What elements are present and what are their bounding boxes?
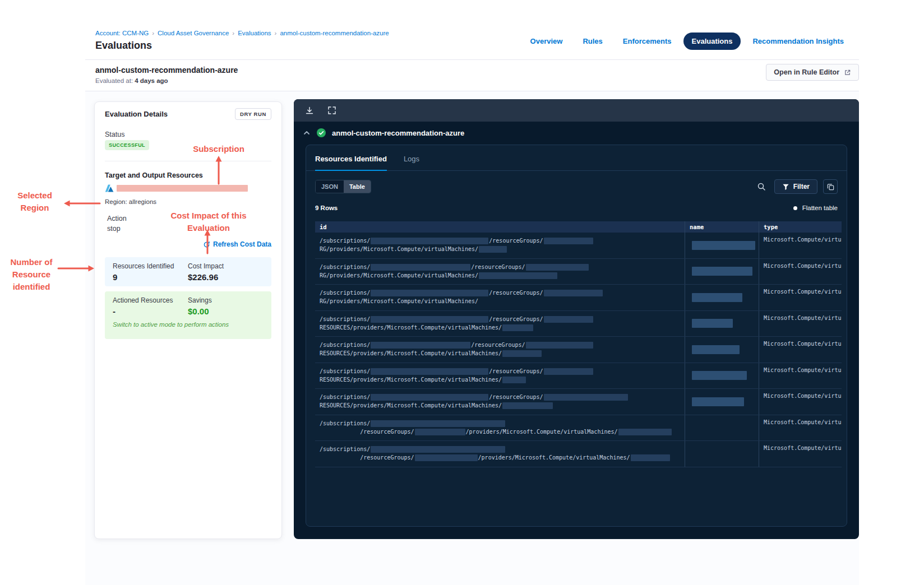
region-text: Region: allregions <box>105 198 156 205</box>
flatten-table-toggle[interactable]: Flatten table <box>793 205 838 211</box>
nav-item-evaluations[interactable]: Evaluations <box>683 32 741 50</box>
redacted-block <box>692 241 755 250</box>
cell-id: /subscriptions//resourceGroups/RG/provid… <box>315 233 685 258</box>
top-nav: OverviewRulesEnforcementsEvaluationsReco… <box>522 32 852 50</box>
breadcrumb-item[interactable]: Account: CCM-NG <box>95 30 149 36</box>
page-title: Evaluations <box>95 40 152 52</box>
table-header: idnametype <box>315 221 842 233</box>
cell-id: /subscriptions//resourceGroups/RESOURCES… <box>315 389 685 415</box>
redacted-block <box>479 246 507 253</box>
table-toolbar: JSONTable Filter <box>315 179 838 194</box>
filter-label: Filter <box>793 183 810 191</box>
view-toggle-table[interactable]: Table <box>344 180 371 193</box>
id-text: RESOURCES/providers/Microsoft.Compute/vi… <box>320 402 502 408</box>
nav-item-rules[interactable]: Rules <box>574 32 611 50</box>
cell-id: /subscriptions/ /resourceGroups//provide… <box>315 441 685 467</box>
table-row[interactable]: /subscriptions/ /resourceGroups//provide… <box>315 415 842 442</box>
table-row[interactable]: /subscriptions//resourceGroups/RG/provid… <box>315 285 842 311</box>
collapse-section-button[interactable] <box>303 129 311 137</box>
cell-id: /subscriptions//resourceGroups/RESOURCES… <box>315 311 685 337</box>
evaluated-at-value: 4 days ago <box>135 77 168 84</box>
redacted-block <box>502 350 542 357</box>
cell-name <box>685 363 759 389</box>
cell-type: Microsoft.Compute/virtu <box>759 311 842 337</box>
open-rule-editor-label: Open in Rule Editor <box>774 68 839 76</box>
refresh-cost-data-link[interactable]: Refresh Cost Data <box>203 240 271 248</box>
cell-name <box>685 233 759 258</box>
nav-item-enforcements[interactable]: Enforcements <box>615 32 680 50</box>
nav-item-recommendation-insights[interactable]: Recommendation Insights <box>744 32 852 50</box>
azure-icon <box>105 184 114 193</box>
active-mode-note: Switch to active mode to perform actions <box>113 321 236 329</box>
copy-button[interactable] <box>823 179 838 194</box>
viewer-toolbar-strip <box>294 99 859 122</box>
target-row <box>105 184 248 193</box>
view-toggle: JSONTable <box>315 180 371 193</box>
cell-type: Microsoft.Compute/virtu <box>759 441 842 467</box>
breadcrumb-item[interactable]: anmol-custom-recommendation-azure <box>280 30 389 36</box>
cell-type: Microsoft.Compute/virtu <box>759 337 842 363</box>
redacted-block <box>415 454 478 461</box>
cost-impact-metric: Cost Impact $226.96 <box>188 262 224 282</box>
results-inner-panel: Resources IdentifiedLogs JSONTable Filte… <box>306 145 847 527</box>
content-area: Evaluation Details DRY RUN Status SUCCES… <box>85 91 859 585</box>
tab-logs[interactable]: Logs <box>404 155 419 170</box>
download-icon <box>305 106 314 115</box>
table-row[interactable]: /subscriptions//resourceGroups/RG/provid… <box>315 259 842 285</box>
table-row[interactable]: /subscriptions/ /resourceGroups//provide… <box>315 441 842 467</box>
id-text: /providers/Microsoft.Compute/virtualMach… <box>466 429 618 435</box>
id-line: /subscriptions//resourceGroups/ <box>320 315 680 323</box>
id-text: /resourceGroups/ <box>489 290 543 296</box>
download-button[interactable] <box>305 106 314 115</box>
id-text: RG/providers/Microsoft.Compute/virtualMa… <box>320 246 478 252</box>
redacted-block <box>371 420 505 427</box>
success-check-icon <box>317 128 326 137</box>
tab-resources-identified[interactable]: Resources Identified <box>315 155 387 170</box>
fullscreen-button[interactable] <box>327 106 336 115</box>
redacted-block <box>371 238 488 244</box>
copy-icon <box>826 183 835 191</box>
filter-button[interactable]: Filter <box>774 179 817 194</box>
open-rule-editor-button[interactable]: Open in Rule Editor <box>766 64 859 81</box>
redacted-block <box>544 368 593 375</box>
redacted-block <box>631 454 670 461</box>
table-row[interactable]: /subscriptions//resourceGroups/RESOURCES… <box>315 337 842 363</box>
column-header-id[interactable]: id <box>315 221 685 233</box>
redacted-block <box>371 342 470 349</box>
external-link-icon <box>844 69 851 76</box>
id-text: /subscriptions/ <box>320 238 370 244</box>
chevron-up-icon <box>303 129 311 137</box>
results-viewer-panel: anmol-custom-recommendation-azure Resour… <box>294 99 859 539</box>
search-icon <box>757 182 766 191</box>
breadcrumb-item[interactable]: Evaluations <box>238 30 271 36</box>
redacted-block <box>371 368 488 375</box>
cell-type: Microsoft.Compute/virtu <box>759 415 842 441</box>
column-header-name[interactable]: name <box>685 221 759 233</box>
table-row[interactable]: /subscriptions//resourceGroups/RESOURCES… <box>315 311 842 337</box>
view-toggle-json[interactable]: JSON <box>316 180 344 193</box>
breadcrumb-item[interactable]: Cloud Asset Governance <box>158 30 229 36</box>
actioned-resources-metric: Actioned Resources - <box>113 296 173 316</box>
search-button[interactable] <box>754 179 769 194</box>
nav-item-overview[interactable]: Overview <box>522 32 571 50</box>
table-row[interactable]: /subscriptions//resourceGroups/RG/provid… <box>315 233 842 259</box>
column-header-type[interactable]: type <box>759 221 842 233</box>
redacted-block <box>692 397 744 406</box>
id-text: /subscriptions/ <box>320 446 370 452</box>
redacted-block <box>371 394 488 401</box>
table-row[interactable]: /subscriptions//resourceGroups/RESOURCES… <box>315 363 842 389</box>
table-row[interactable]: /subscriptions//resourceGroups/RESOURCES… <box>315 389 842 415</box>
resources-identified-value: 9 <box>113 272 174 282</box>
breadcrumb-separator: › <box>232 30 234 36</box>
details-title: Evaluation Details <box>105 110 168 118</box>
redacted-block <box>544 316 593 323</box>
refresh-icon <box>203 241 210 248</box>
id-line: /subscriptions//resourceGroups/ <box>320 263 680 271</box>
card-divider <box>105 161 271 161</box>
id-text: /subscriptions/ <box>320 420 370 426</box>
cell-name <box>685 441 759 467</box>
id-line: RESOURCES/providers/Microsoft.Compute/vi… <box>320 401 680 410</box>
cell-type: Microsoft.Compute/virtu <box>759 259 842 285</box>
redacted-block <box>526 342 593 349</box>
flatten-table-label: Flatten table <box>802 205 838 211</box>
